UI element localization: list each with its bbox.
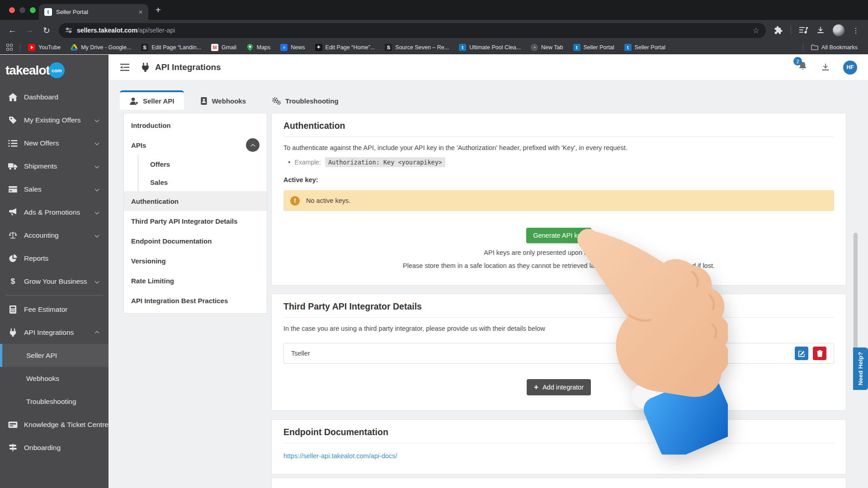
tab-seller-api[interactable]: Seller API xyxy=(120,90,184,110)
tab-webhooks[interactable]: Webhooks xyxy=(190,90,256,110)
dollar-icon: $ xyxy=(8,277,18,286)
sidebar-item-reports[interactable]: Reports xyxy=(0,247,108,270)
extensions-icon[interactable] xyxy=(774,26,783,35)
window-controls[interactable] xyxy=(9,7,36,13)
chevron-down-icon xyxy=(95,187,99,192)
all-bookmarks-button[interactable]: All Bookmarks xyxy=(806,44,863,51)
collapse-sidebar-icon[interactable] xyxy=(119,63,130,71)
sidebar-item-troubleshooting[interactable]: Troubleshooting xyxy=(0,390,108,413)
bookmark-new-tab[interactable]: ◔ New Tab xyxy=(526,44,568,51)
sidebar-item-shipments[interactable]: Shipments xyxy=(0,155,108,178)
collapse-apis-button[interactable] xyxy=(246,138,259,152)
youtube-icon xyxy=(28,44,35,51)
endpoint-documentation-section: Endpoint Documentation https://seller-ap… xyxy=(271,419,846,474)
url-text[interactable]: sellers.takealot.com/api/seller-api xyxy=(77,27,175,34)
page-title: API Integrations xyxy=(155,62,221,72)
back-icon[interactable]: ← xyxy=(5,23,20,38)
browser-tab[interactable]: t Seller Portal ✕ xyxy=(39,4,148,20)
toc-item-endpoint-documentation[interactable]: Endpoint Documentation xyxy=(124,231,267,251)
doc-nav-card: Introduction APIs Offers Sales Authentic… xyxy=(123,113,267,314)
delete-integrator-button[interactable] xyxy=(813,347,826,360)
browser-profile-avatar[interactable] xyxy=(833,24,844,36)
new-tab-button[interactable]: + xyxy=(156,6,161,14)
generate-api-key-button[interactable]: Generate API key xyxy=(526,228,591,243)
toc-item-rate-limiting[interactable]: Rate Limiting xyxy=(124,271,267,291)
sidebar-item-new-offers[interactable]: New Offers xyxy=(0,131,108,155)
sidebar-item-accounting[interactable]: Accounting xyxy=(0,224,108,247)
bookmark-maps[interactable]: Maps xyxy=(241,44,276,51)
toc-item-apis[interactable]: APIs xyxy=(124,135,267,155)
url-path: /api/seller-api xyxy=(137,27,175,34)
api-key-note-2: Please store them in a safe location as … xyxy=(283,262,834,269)
toc-item-authentication[interactable]: Authentication xyxy=(124,191,267,211)
sidebar-item-api-integrations[interactable]: API Integrations xyxy=(0,321,108,344)
media-controls-icon[interactable] xyxy=(799,26,808,34)
toc-item-versioning[interactable]: Versioning xyxy=(124,251,267,271)
reload-icon[interactable]: ↻ xyxy=(39,23,54,38)
plug-icon xyxy=(141,63,150,72)
section-title: Endpoint Documentation xyxy=(283,420,834,443)
sidebar-item-dashboard[interactable]: Dashboard xyxy=(0,85,108,108)
sidebar-item-ads-promotions[interactable]: Ads & Promotions xyxy=(0,201,108,224)
bookmark-ultimate-pool[interactable]: t Ultimate Pool Clea... xyxy=(454,44,526,51)
bookmark-edit-page-home[interactable]: ✦ Edit Page “Home”... xyxy=(310,44,380,51)
squarespace-icon: S xyxy=(141,44,148,51)
site-settings-icon[interactable] xyxy=(65,27,72,34)
close-window-button[interactable] xyxy=(9,7,15,13)
seller-portal-page: takealot com Dashboard My Existing Offer… xyxy=(0,55,868,488)
scrollbar-thumb[interactable] xyxy=(854,233,858,351)
zoom-window-button[interactable] xyxy=(30,7,36,13)
edit-pencil-icon xyxy=(798,350,805,357)
bookmark-gmail[interactable]: M Gmail xyxy=(206,44,241,51)
user-avatar[interactable]: HF xyxy=(843,61,857,75)
notifications-button[interactable]: 2 xyxy=(797,61,808,74)
tab-close-icon[interactable]: ✕ xyxy=(138,9,143,15)
active-key-label: Active key: xyxy=(283,176,834,183)
downloads-icon[interactable] xyxy=(816,26,825,35)
toc-item-best-practices[interactable]: API Integration Best Practices xyxy=(124,291,267,310)
toc-apis-children: Offers Sales xyxy=(138,155,267,191)
apps-grid-icon[interactable] xyxy=(6,44,14,51)
bookmark-seller-portal-2[interactable]: t Seller Portal xyxy=(619,44,670,51)
toc-item-offers[interactable]: Offers xyxy=(138,155,267,173)
bullet: • xyxy=(288,158,291,166)
api-docs-link[interactable]: https://seller-api.takealot.com/api-docs… xyxy=(283,452,397,460)
address-bar[interactable]: sellers.takealot.com/api/seller-api ☆ xyxy=(59,23,766,38)
squarespace-icon: S xyxy=(385,44,392,51)
toc-item-third-party[interactable]: Third Party API Integrator Details xyxy=(124,211,267,231)
takealot-icon: t xyxy=(624,44,632,51)
bookmark-drive[interactable]: My Drive - Google... xyxy=(66,44,136,51)
tab-troubleshooting[interactable]: Troubleshooting xyxy=(262,90,349,110)
sidebar-item-seller-api[interactable]: Seller API xyxy=(0,344,108,367)
add-integrator-button[interactable]: + Add integrator xyxy=(527,379,591,395)
sidebar-item-webhooks[interactable]: Webhooks xyxy=(0,367,108,390)
bookmark-news[interactable]: ≡ News xyxy=(275,44,310,51)
takealot-logo[interactable]: takealot com xyxy=(0,55,108,81)
minimize-window-button[interactable] xyxy=(19,7,25,13)
sidebar-item-grow-your-business[interactable]: $ Grow Your Business xyxy=(0,270,108,293)
bookmark-youtube[interactable]: YouTube xyxy=(23,44,66,51)
toc-item-introduction[interactable]: Introduction xyxy=(124,115,267,135)
forward-icon[interactable]: → xyxy=(22,23,37,38)
bookmark-source-seven[interactable]: S Source Seven – Re... xyxy=(380,44,454,51)
bookmark-edit-page-landing[interactable]: S Edit Page “Landin... xyxy=(136,44,206,51)
sidebar-item-my-existing-offers[interactable]: My Existing Offers xyxy=(0,108,108,131)
sidebar-item-onboarding[interactable]: Onboarding xyxy=(0,436,108,459)
sidebar-item-fee-estimator[interactable]: Fee Estimator xyxy=(0,298,108,321)
download-icon[interactable] xyxy=(821,62,830,72)
sidebar-item-knowledge-ticket-centre[interactable]: Knowledge & Ticket Centre xyxy=(0,413,108,436)
gmail-icon: M xyxy=(211,44,218,51)
browser-tab-title: Seller Portal xyxy=(56,9,134,15)
sidebar-item-sales[interactable]: Sales xyxy=(0,178,108,201)
truck-icon xyxy=(8,163,18,170)
browser-menu-icon[interactable]: ⋮ xyxy=(852,26,860,35)
third-party-section: Third Party API Integrator Details In th… xyxy=(271,294,846,411)
edit-integrator-button[interactable] xyxy=(795,347,808,360)
chevron-down-icon xyxy=(95,164,99,169)
bookmark-star-icon[interactable]: ☆ xyxy=(753,26,760,35)
logo-text: takealot xyxy=(5,63,50,78)
bookmark-seller-portal-1[interactable]: t Seller Portal xyxy=(568,44,619,51)
toc-item-sales[interactable]: Sales xyxy=(138,173,267,191)
list-icon xyxy=(8,140,18,147)
need-help-tab[interactable]: Need Help? xyxy=(853,347,868,390)
